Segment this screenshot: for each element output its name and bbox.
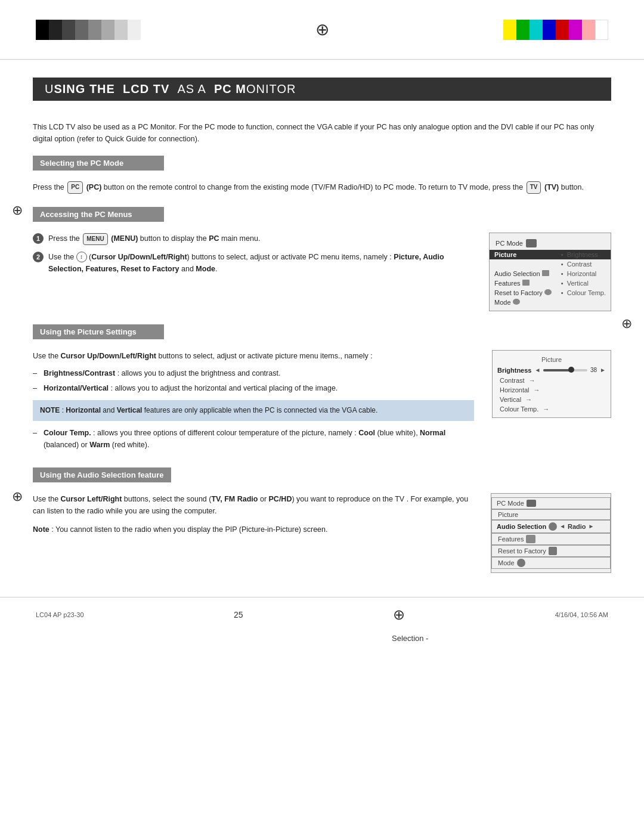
- tv-button-icon: TV: [527, 181, 541, 194]
- page-title: USING THE LCD TV AS A PC MONITOR: [45, 82, 296, 95]
- arrow-left: ◄: [559, 523, 565, 529]
- footer-right: 4/16/04, 10:56 AM: [555, 611, 608, 618]
- slider-thumb: [568, 367, 574, 373]
- menu-row-picture: Picture • Brightness: [490, 250, 611, 259]
- audio-menu-screenshot: PC Mode Picture Audio Selection ◄ Radio …: [491, 493, 611, 573]
- features-icon: [522, 280, 530, 286]
- main-content: USING THE LCD TV AS A PC MONITOR This LC…: [0, 78, 644, 573]
- selection-text: Selection -: [392, 634, 428, 643]
- picture-settings-text: Use the Cursor Up/Down/Left/Right button…: [33, 350, 474, 454]
- audio-selection-intro: Use the Cursor Left/Right buttons, selec…: [33, 493, 473, 518]
- step-2-content: Use the ↕ (Cursor Up/Down/Left/Right) bu…: [48, 251, 471, 275]
- picture-settings-content: Use the Cursor Up/Down/Left/Right button…: [33, 350, 611, 454]
- picture-menu-title: Picture: [493, 354, 611, 365]
- step-2-number: 2: [33, 252, 44, 262]
- footer-left: LC04 AP p23-30: [36, 611, 84, 618]
- swatch-cyan: [530, 20, 543, 40]
- swatch-magenta: [569, 20, 582, 40]
- page-number: 25: [234, 610, 243, 620]
- header-crosshair: ⊕: [165, 20, 479, 39]
- step-2: 2 Use the ↕ (Cursor Up/Down/Left/Right) …: [33, 251, 471, 275]
- brightness-label: Brightness: [497, 367, 531, 374]
- brightness-right-arrow: ►: [600, 367, 606, 373]
- left-crosshair-1: ⊕: [12, 203, 23, 218]
- swatch-lt1: [114, 20, 128, 40]
- swatch-yellow: [503, 20, 516, 40]
- audio-pc-mode-row: PC Mode: [491, 497, 611, 509]
- swatch-dk3: [75, 20, 88, 40]
- color-swatches: [503, 20, 608, 40]
- contrast-row: Contrast →: [493, 376, 611, 385]
- pc-menu-screenshot: PC Mode Picture • Brightness: [489, 233, 611, 311]
- swatch-green: [516, 20, 530, 40]
- page-wrapper: ⊕ ⊕ ⊕ ⊕ USING THE LCD TV AS A PC: [0, 0, 644, 833]
- picture-menu-box: Picture Brightness ◄ 38 ►: [492, 350, 611, 418]
- step-1-number: 1: [33, 233, 44, 244]
- section-audio-selection: Using the Audio Selection feature Use th…: [33, 467, 611, 573]
- section-title-selecting: Selecting the PC Mode: [33, 156, 164, 171]
- audio-sel-label: Audio Selection: [497, 523, 546, 530]
- pc-button-icon: PC: [67, 181, 83, 194]
- audio-sel-icon-img: [549, 522, 557, 531]
- audio-pc-mode-icon: [527, 500, 536, 507]
- pc-mode-menu-box: PC Mode Picture • Brightness: [489, 233, 611, 311]
- section-picture-settings: Using the Picture Settings Use the Curso…: [33, 324, 611, 454]
- brightness-row: Brightness ◄ 38 ►: [493, 365, 611, 376]
- swatch-blue: [543, 20, 556, 40]
- features-icon-img: [526, 535, 535, 543]
- note-box: NOTE : Horizontal and Vertical features …: [33, 400, 474, 421]
- page-title-box: USING THE LCD TV AS A PC MONITOR: [33, 78, 611, 101]
- swatch-lt2: [128, 20, 141, 40]
- picture-bullets-1: Brightness/Contrast : allows you to adju…: [33, 367, 474, 394]
- page-footer: LC04 AP p23-30 25 ⊕ 4/16/04, 10:56 AM: [0, 597, 644, 632]
- swatch-md2: [101, 20, 114, 40]
- section-title-accessing: Accessing the PC Menus: [33, 207, 164, 222]
- reset-icon-img: [549, 547, 557, 555]
- swatch-dk2: [62, 20, 75, 40]
- audio-sel-row: Audio Selection ◄ Radio ►: [491, 520, 611, 533]
- section-selecting-pc-mode: Selecting the PC Mode Press the PC (PC) …: [33, 156, 611, 194]
- audio-selection-text: Use the Cursor Left/Right buttons, selec…: [33, 493, 473, 536]
- selecting-pc-mode-text: Press the PC (PC) button on the remote c…: [33, 181, 611, 194]
- swatch-dk1: [49, 20, 62, 40]
- audio-selection-note: Note : You cannot listen to the radio wh…: [33, 524, 473, 536]
- step-1-content: Press the MENU (MENU) button to display …: [48, 233, 260, 245]
- accessing-menus-text: 1 Press the MENU (MENU) button to displa…: [33, 233, 471, 281]
- audio-sel-icon: [542, 270, 549, 276]
- audio-pc-mode-label: PC Mode: [497, 500, 524, 507]
- bullet-brightness: Brightness/Contrast : allows you to adju…: [33, 367, 474, 379]
- pc-mode-menu-table: Picture • Brightness • Contrast Audio Se…: [490, 250, 611, 307]
- cursor-icon: ↕: [76, 252, 87, 262]
- right-crosshair-1: ⊕: [621, 316, 632, 332]
- accessing-menus-content: 1 Press the MENU (MENU) button to displa…: [33, 233, 611, 311]
- swatch-black: [36, 20, 49, 40]
- step-1: 1 Press the MENU (MENU) button to displa…: [33, 233, 471, 245]
- mode-icon-img: [517, 559, 525, 567]
- grayscale-swatches: [36, 20, 141, 40]
- slider-fill: [543, 369, 569, 371]
- section-title-audio: Using the Audio Selection feature: [33, 467, 171, 482]
- mode-row: Mode: [491, 557, 611, 569]
- audio-menu-box: PC Mode Picture Audio Selection ◄ Radio …: [491, 493, 611, 573]
- bullet-colour-temp: Colour Temp. : allows you three options …: [33, 427, 474, 451]
- reset-icon: [544, 289, 552, 295]
- section-accessing-menus: Accessing the PC Menus 1 Press the MENU …: [33, 207, 611, 311]
- swatch-red: [556, 20, 569, 40]
- section-title-picture: Using the Picture Settings: [33, 324, 164, 339]
- picture-menu-screenshot: Picture Brightness ◄ 38 ►: [492, 350, 611, 418]
- swatch-pink: [582, 20, 595, 40]
- features-row: Features: [491, 533, 611, 545]
- intro-paragraph: This LCD TV also be used as a PC Monitor…: [33, 121, 611, 145]
- footer-crosshair: ⊕: [393, 606, 405, 623]
- colour-temp-row: Colour Temp. →: [493, 404, 611, 414]
- audio-selection-content: Use the Cursor Left/Right buttons, selec…: [33, 493, 611, 573]
- radio-label: Radio: [568, 523, 586, 530]
- bullet-horizontal: Horizontal/Vertical : allows you to adju…: [33, 382, 474, 394]
- brightness-value: 38: [590, 367, 597, 373]
- arrow-right: ►: [589, 523, 595, 529]
- pc-mode-icon: [526, 239, 537, 247]
- left-crosshair-2: ⊕: [12, 489, 23, 504]
- vertical-row: Vertical →: [493, 395, 611, 404]
- swatch-white: [595, 20, 608, 40]
- page-title-container: USING THE LCD TV AS A PC MONITOR: [33, 78, 611, 112]
